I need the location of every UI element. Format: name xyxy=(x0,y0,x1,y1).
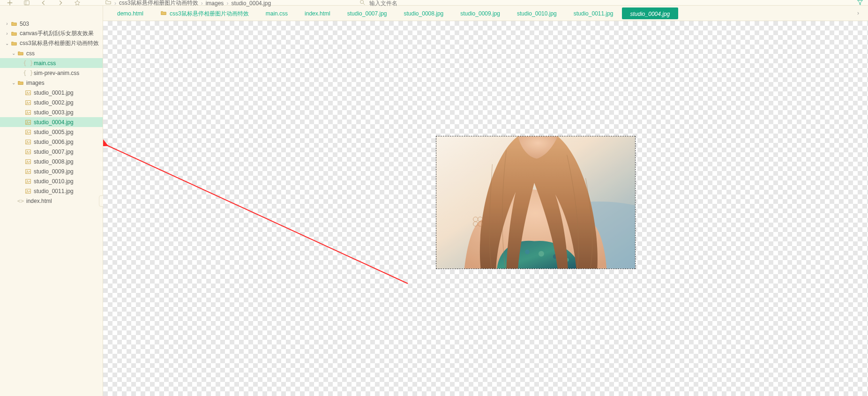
tab-label: studio_0009.jpg xyxy=(460,10,500,17)
img-icon xyxy=(24,188,32,194)
folder-icon xyxy=(17,50,24,57)
folder-icon xyxy=(160,10,167,18)
tab[interactable]: css3鼠标悬停相册图片动画特效 xyxy=(152,6,257,21)
svg-point-21 xyxy=(27,171,28,172)
tree-item[interactable]: studio_0010.jpg xyxy=(0,176,103,186)
twisty-icon[interactable]: › xyxy=(4,21,10,26)
tree-item[interactable]: ›503 xyxy=(0,19,103,29)
tree-item[interactable]: <>index.html xyxy=(0,196,103,206)
svg-point-7 xyxy=(27,102,28,103)
tab[interactable]: studio_0010.jpg xyxy=(509,6,565,21)
tab[interactable]: studio_0007.jpg xyxy=(339,6,396,21)
image-canvas xyxy=(103,21,868,396)
tree-item[interactable]: ⌄css3鼠标悬停相册图片动画特效 xyxy=(0,38,103,48)
tree-item-label: studio_0009.jpg xyxy=(34,168,74,175)
twisty-icon[interactable]: ⌄ xyxy=(4,41,10,46)
tab-label: studio_0008.jpg xyxy=(404,10,444,17)
folder-icon xyxy=(17,80,24,86)
tree-item-label: studio_0004.jpg xyxy=(34,119,74,126)
img-icon xyxy=(24,139,32,145)
tree-item[interactable]: studio_0003.jpg xyxy=(0,107,103,117)
svg-line-3 xyxy=(363,3,365,5)
tree-item-label: studio_0001.jpg xyxy=(34,90,74,96)
svg-point-11 xyxy=(27,121,28,122)
content-area: demo.htmlcss3鼠标悬停相册图片动画特效main.cssindex.h… xyxy=(103,6,868,396)
twisty-icon[interactable]: ⌄ xyxy=(10,80,17,85)
svg-point-23 xyxy=(27,180,28,181)
svg-point-5 xyxy=(27,92,28,93)
img-icon xyxy=(24,109,32,116)
folder-icon xyxy=(10,30,18,37)
tab-overflow-icon[interactable]: › xyxy=(854,6,862,21)
tree-item[interactable]: studio_0001.jpg xyxy=(0,88,103,97)
svg-rect-0 xyxy=(24,1,30,5)
tab[interactable]: demo.html xyxy=(109,6,152,21)
img-icon xyxy=(24,129,32,135)
tree-item[interactable]: ⌄images xyxy=(0,78,103,88)
tree-item-label: main.css xyxy=(34,60,56,67)
tab-label: demo.html xyxy=(117,10,143,17)
tree-item[interactable]: studio_0009.jpg xyxy=(0,166,103,176)
tree-item[interactable]: ⌄css xyxy=(0,48,103,58)
tab-label: studio_0010.jpg xyxy=(517,10,557,17)
tree-item-label: studio_0007.jpg xyxy=(34,149,74,155)
svg-point-15 xyxy=(27,141,28,142)
twisty-icon[interactable]: › xyxy=(4,31,10,36)
sidebar-toggle-icon[interactable] xyxy=(23,0,30,6)
img-icon xyxy=(24,90,32,96)
tree-item-label: canvas手机刮刮乐女朋友效果 xyxy=(20,30,94,37)
svg-point-19 xyxy=(27,161,28,162)
tree-item-label: studio_0003.jpg xyxy=(34,109,74,116)
tab[interactable]: main.css xyxy=(257,6,296,21)
css-icon: { } xyxy=(24,60,32,67)
tree-item[interactable]: studio_0007.jpg xyxy=(0,147,103,157)
tab[interactable]: studio_0004.jpg xyxy=(622,7,679,19)
svg-point-17 xyxy=(27,151,28,152)
tab[interactable]: index.html xyxy=(296,6,339,21)
css-icon: { } xyxy=(24,70,32,76)
tree-item[interactable]: studio_0004.jpg xyxy=(0,117,103,127)
tree-item-label: images xyxy=(26,80,45,86)
tree-item[interactable]: { }sim-prev-anim.css xyxy=(0,68,103,78)
tree-item[interactable]: studio_0011.jpg xyxy=(0,186,103,196)
tree-item-label: index.html xyxy=(26,198,52,204)
tab[interactable]: studio_0009.jpg xyxy=(452,6,509,21)
back-icon[interactable] xyxy=(40,0,47,6)
tree-item-label: studio_0006.jpg xyxy=(34,139,74,145)
img-icon xyxy=(24,168,32,175)
tab-label: studio_0004.jpg xyxy=(630,11,670,17)
tab-label: css3鼠标悬停相册图片动画特效 xyxy=(170,10,249,18)
forward-icon[interactable] xyxy=(57,0,64,6)
tree-item-label: css xyxy=(26,50,35,57)
tree-item-label: css3鼠标悬停相册图片动画特效 xyxy=(20,39,99,47)
tab-bar: demo.htmlcss3鼠标悬停相册图片动画特效main.cssindex.h… xyxy=(103,6,868,21)
tree-item-label: sim-prev-anim.css xyxy=(34,70,79,76)
tree-item-label: studio_0005.jpg xyxy=(34,129,74,135)
tree-item[interactable]: studio_0005.jpg xyxy=(0,127,103,137)
folder-icon xyxy=(10,40,18,47)
tree-item-label: studio_0008.jpg xyxy=(34,158,74,165)
svg-rect-37 xyxy=(436,136,635,269)
img-icon xyxy=(24,149,32,155)
tree-item-label: studio_0002.jpg xyxy=(34,99,74,106)
tab-label: studio_0011.jpg xyxy=(574,10,614,17)
tab[interactable]: studio_0008.jpg xyxy=(396,6,452,21)
image-preview xyxy=(436,136,636,269)
star-icon[interactable] xyxy=(74,0,81,6)
svg-point-9 xyxy=(27,112,28,112)
tree-item-label: studio_0011.jpg xyxy=(34,188,74,194)
filter-dropdown-icon[interactable] xyxy=(857,0,863,7)
tree-item[interactable]: studio_0008.jpg xyxy=(0,157,103,166)
svg-point-25 xyxy=(27,190,28,191)
tree-item[interactable]: { }main.css xyxy=(0,58,103,68)
toolbar-left-icons xyxy=(3,0,81,6)
twisty-icon[interactable]: ⌄ xyxy=(10,51,17,56)
new-tab-icon[interactable] xyxy=(7,0,13,6)
tree-item[interactable]: studio_0002.jpg xyxy=(0,97,103,107)
top-toolbar: › css3鼠标悬停相册图片动画特效 › images › studio_000… xyxy=(0,0,868,6)
img-icon xyxy=(24,119,32,126)
tree-item[interactable]: ›canvas手机刮刮乐女朋友效果 xyxy=(0,29,103,38)
tree-item[interactable]: studio_0006.jpg xyxy=(0,137,103,147)
tab[interactable]: studio_0011.jpg xyxy=(565,6,622,21)
folder-icon xyxy=(10,21,18,27)
